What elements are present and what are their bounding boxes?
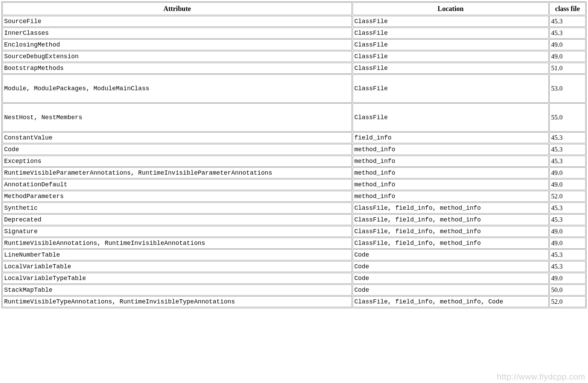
cell-location: ClassFile, field_info, method_info (353, 238, 549, 249)
table-row: EnclosingMethodClassFile49.0 (2, 39, 586, 50)
table-row: Exceptionsmethod_info45.3 (2, 156, 586, 167)
table-row: Module, ModulePackages, ModuleMainClassC… (2, 74, 586, 103)
cell-classfile: 49.0 (549, 167, 586, 178)
cell-location: Code (353, 261, 549, 272)
cell-location: method_info (353, 179, 549, 190)
table-row: Codemethod_info45.3 (2, 144, 586, 155)
cell-location: Code (353, 284, 549, 296)
cell-attribute: MethodParameters (2, 191, 352, 202)
cell-classfile: 45.3 (549, 28, 586, 39)
cell-classfile: 45.3 (549, 203, 586, 214)
header-classfile: class file (549, 2, 586, 15)
cell-location: method_info (353, 191, 549, 202)
cell-location: ClassFile (353, 63, 549, 74)
table-row: BootstrapMethodsClassFile51.0 (2, 63, 586, 74)
cell-classfile: 52.0 (549, 191, 586, 202)
cell-attribute: RuntimeVisibleParameterAnnotations, Runt… (2, 167, 352, 178)
cell-attribute: BootstrapMethods (2, 63, 352, 74)
table-row: SourceDebugExtensionClassFile49.0 (2, 51, 586, 62)
table-header-row: Attribute Location class file (2, 2, 586, 15)
table-row: SyntheticClassFile, field_info, method_i… (2, 203, 586, 214)
table-row: MethodParametersmethod_info52.0 (2, 191, 586, 202)
cell-classfile: 45.3 (549, 249, 586, 260)
cell-attribute: SourceDebugExtension (2, 51, 352, 62)
cell-classfile: 53.0 (549, 74, 586, 103)
cell-attribute: Synthetic (2, 203, 352, 214)
cell-location: ClassFile, field_info, method_info (353, 214, 549, 225)
cell-location: Code (353, 273, 549, 284)
table-row: RuntimeVisibleTypeAnnotations, RuntimeIn… (2, 296, 586, 307)
table-row: SignatureClassFile, field_info, method_i… (2, 226, 586, 237)
cell-attribute: AnnotationDefault (2, 179, 352, 190)
header-attribute: Attribute (2, 2, 352, 15)
cell-classfile: 45.3 (549, 16, 586, 27)
cell-location: field_info (353, 132, 549, 143)
cell-classfile: 49.0 (549, 273, 586, 284)
cell-attribute: InnerClasses (2, 28, 352, 39)
cell-classfile: 45.3 (549, 132, 586, 143)
cell-attribute: RuntimeVisibleAnnotations, RuntimeInvisi… (2, 238, 352, 249)
cell-classfile: 51.0 (549, 63, 586, 74)
cell-classfile: 50.0 (549, 284, 586, 296)
cell-location: ClassFile (353, 103, 549, 132)
table-row: RuntimeVisibleParameterAnnotations, Runt… (2, 167, 586, 178)
cell-location: ClassFile (353, 51, 549, 62)
cell-attribute: ConstantValue (2, 132, 352, 143)
cell-location: method_info (353, 144, 549, 155)
table-row: InnerClassesClassFile45.3 (2, 28, 586, 39)
cell-location: ClassFile, field_info, method_info (353, 226, 549, 237)
header-location: Location (353, 2, 549, 15)
cell-attribute: LocalVariableTypeTable (2, 273, 352, 284)
cell-attribute: EnclosingMethod (2, 39, 352, 50)
table-row: RuntimeVisibleAnnotations, RuntimeInvisi… (2, 238, 586, 249)
cell-classfile: 55.0 (549, 103, 586, 132)
cell-attribute: RuntimeVisibleTypeAnnotations, RuntimeIn… (2, 296, 352, 307)
cell-attribute: LocalVariableTable (2, 261, 352, 272)
cell-classfile: 45.3 (549, 156, 586, 167)
table-row: StackMapTableCode50.0 (2, 284, 586, 296)
attributes-table: Attribute Location class file SourceFile… (1, 1, 587, 308)
cell-location: ClassFile (353, 28, 549, 39)
cell-location: ClassFile (353, 39, 549, 50)
cell-attribute: Code (2, 144, 352, 155)
cell-location: ClassFile, field_info, method_info, Code (353, 296, 549, 307)
cell-attribute: NestHost, NestMembers (2, 103, 352, 132)
cell-location: method_info (353, 156, 549, 167)
table-row: SourceFileClassFile45.3 (2, 16, 586, 27)
cell-attribute: Exceptions (2, 156, 352, 167)
cell-classfile: 49.0 (549, 238, 586, 249)
table-row: LocalVariableTypeTableCode49.0 (2, 273, 586, 284)
table-row: LineNumberTableCode45.3 (2, 249, 586, 260)
cell-classfile: 49.0 (549, 51, 586, 62)
table-row: AnnotationDefaultmethod_info49.0 (2, 179, 586, 190)
cell-attribute: Signature (2, 226, 352, 237)
table-row: LocalVariableTableCode45.3 (2, 261, 586, 272)
cell-attribute: Module, ModulePackages, ModuleMainClass (2, 74, 352, 103)
cell-classfile: 45.3 (549, 144, 586, 155)
table-row: ConstantValuefield_info45.3 (2, 132, 586, 143)
cell-attribute: LineNumberTable (2, 249, 352, 260)
cell-classfile: 45.3 (549, 214, 586, 225)
cell-classfile: 45.3 (549, 261, 586, 272)
cell-location: ClassFile (353, 74, 549, 103)
cell-location: ClassFile, field_info, method_info (353, 203, 549, 214)
cell-classfile: 49.0 (549, 39, 586, 50)
cell-classfile: 49.0 (549, 179, 586, 190)
table-body: SourceFileClassFile45.3InnerClassesClass… (2, 16, 586, 307)
cell-attribute: StackMapTable (2, 284, 352, 296)
cell-location: ClassFile (353, 16, 549, 27)
cell-classfile: 52.0 (549, 296, 586, 307)
table-row: DeprecatedClassFile, field_info, method_… (2, 214, 586, 225)
cell-location: Code (353, 249, 549, 260)
cell-attribute: SourceFile (2, 16, 352, 27)
table-row: NestHost, NestMembersClassFile55.0 (2, 103, 586, 132)
cell-classfile: 49.0 (549, 226, 586, 237)
cell-attribute: Deprecated (2, 214, 352, 225)
cell-location: method_info (353, 167, 549, 178)
